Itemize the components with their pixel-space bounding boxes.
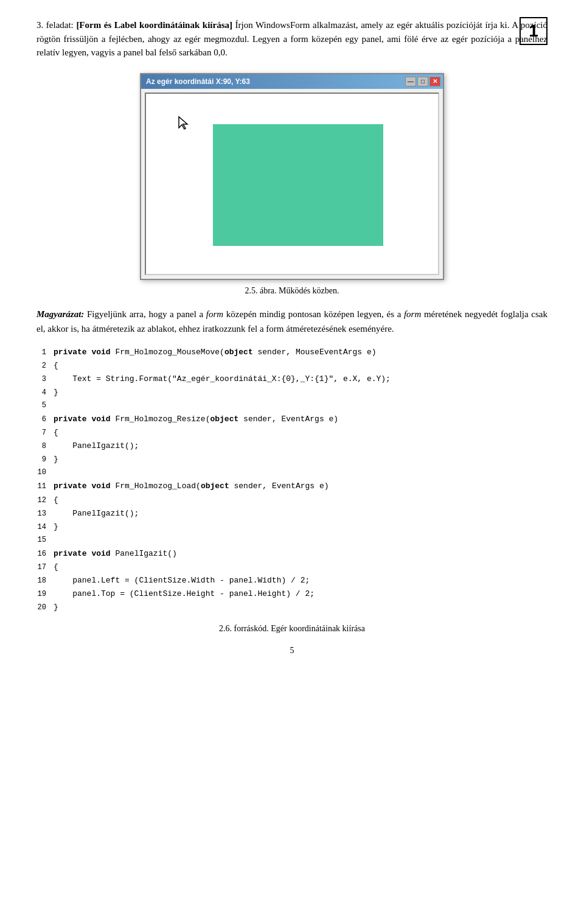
code-line: 11private void Frm_Holmozog_Load(object … bbox=[36, 480, 548, 493]
source-caption-text: forráskód. Egér koordinátáinak kiírása bbox=[234, 624, 365, 633]
line-code: { bbox=[54, 426, 58, 439]
window-control-buttons: — □ ✕ bbox=[405, 77, 440, 86]
line-code: private void Frm_Holmozog_MouseMove(obje… bbox=[54, 346, 377, 359]
magyarazat-form1: form bbox=[206, 309, 223, 319]
line-code: PanelIgazit(); bbox=[54, 507, 139, 520]
line-code: } bbox=[54, 386, 58, 399]
line-number: 17 bbox=[36, 561, 54, 573]
svg-marker-0 bbox=[179, 117, 187, 129]
line-number: 16 bbox=[36, 548, 54, 560]
line-number: 15 bbox=[36, 534, 54, 546]
line-number: 2 bbox=[36, 360, 54, 372]
line-number: 1 bbox=[36, 346, 54, 359]
line-number: 18 bbox=[36, 575, 54, 587]
line-number: 19 bbox=[36, 588, 54, 600]
code-line: 8 PanelIgazit(); bbox=[36, 439, 548, 453]
line-code: panel.Top = (ClientSize.Height - panel.H… bbox=[54, 587, 315, 601]
line-code: } bbox=[54, 520, 58, 534]
line-number: 12 bbox=[36, 494, 54, 506]
line-code: } bbox=[54, 453, 58, 466]
cursor-icon bbox=[178, 116, 190, 130]
line-code: panel.Left = (ClientSize.Width - panel.W… bbox=[54, 574, 310, 587]
line-code: PanelIgazit(); bbox=[54, 439, 139, 453]
code-line: 10 bbox=[36, 466, 548, 480]
window-content-area bbox=[145, 93, 439, 275]
simulated-window: Az egér koordinátái X:90, Y:63 — □ ✕ bbox=[140, 73, 444, 280]
line-number: 14 bbox=[36, 521, 54, 533]
window-titlebar: Az egér koordinátái X:90, Y:63 — □ ✕ bbox=[141, 74, 443, 89]
magyarazat-paragraph: Magyarázat: Figyeljünk arra, hogy a pane… bbox=[36, 307, 548, 336]
restore-button[interactable]: □ bbox=[417, 77, 428, 86]
page-number: 5 bbox=[36, 646, 548, 656]
line-number: 8 bbox=[36, 440, 54, 452]
green-panel bbox=[213, 124, 383, 246]
line-number: 9 bbox=[36, 453, 54, 466]
code-line: 9} bbox=[36, 453, 548, 466]
magyarazat-text-1: Figyeljünk arra, hogy a panel a bbox=[84, 309, 206, 319]
line-code: { bbox=[54, 359, 58, 373]
figure-caption: 2.5. ábra. Működés közben. bbox=[36, 286, 548, 296]
line-code: private void PanelIgazit() bbox=[54, 547, 177, 561]
task-number-badge: 1 bbox=[520, 17, 548, 45]
window-screenshot-container: Az egér koordinátái X:90, Y:63 — □ ✕ bbox=[36, 73, 548, 280]
source-caption: 2.6. forráskód. Egér koordinátáinak kiír… bbox=[36, 624, 548, 634]
code-line: 19 panel.Top = (ClientSize.Height - pane… bbox=[36, 587, 548, 601]
code-block: 1private void Frm_Holmozog_MouseMove(obj… bbox=[36, 346, 548, 615]
code-line: 1private void Frm_Holmozog_MouseMove(obj… bbox=[36, 346, 548, 359]
line-code: private void Frm_Holmozog_Resize(object … bbox=[54, 413, 338, 426]
magyarazat-label: Magyarázat: bbox=[36, 309, 84, 319]
line-code: { bbox=[54, 561, 58, 574]
minimize-button[interactable]: — bbox=[405, 77, 416, 86]
code-line: 2{ bbox=[36, 359, 548, 373]
code-line: 14} bbox=[36, 520, 548, 534]
line-number: 7 bbox=[36, 427, 54, 439]
fig-caption-text: ábra. Működés közben. bbox=[260, 286, 339, 295]
line-number: 10 bbox=[36, 466, 54, 478]
code-line: 6private void Frm_Holmozog_Resize(object… bbox=[36, 413, 548, 426]
line-code: private void Frm_Holmozog_Load(object se… bbox=[54, 480, 329, 493]
fig-number: 2.5. bbox=[245, 286, 257, 295]
window-title-text: Az egér koordinátái X:90, Y:63 bbox=[146, 77, 250, 86]
code-line: 12{ bbox=[36, 494, 548, 507]
code-line: 16private void PanelIgazit() bbox=[36, 547, 548, 561]
magyarazat-text-2: közepén mindig pontosan középen legyen, … bbox=[223, 309, 404, 319]
task-intro-label: 3. feladat: bbox=[36, 20, 76, 30]
line-code: Text = String.Format("Az_egér_koordinátá… bbox=[54, 373, 391, 386]
task-description: 3. feladat: [Form és Label koordinátáina… bbox=[36, 18, 548, 60]
task-title-bold: [Form és Label koordinátáinak kiírása] bbox=[76, 20, 232, 30]
magyarazat-form2: form bbox=[404, 309, 421, 319]
code-line: 7{ bbox=[36, 426, 548, 439]
line-number: 5 bbox=[36, 399, 54, 411]
line-number: 11 bbox=[36, 480, 54, 492]
line-number: 13 bbox=[36, 508, 54, 520]
line-code: { bbox=[54, 494, 58, 507]
line-number: 4 bbox=[36, 387, 54, 399]
line-number: 6 bbox=[36, 413, 54, 425]
code-line: 18 panel.Left = (ClientSize.Width - pane… bbox=[36, 574, 548, 587]
code-line: 5 bbox=[36, 399, 548, 413]
code-line: 3 Text = String.Format("Az_egér_koordiná… bbox=[36, 373, 548, 386]
close-button[interactable]: ✕ bbox=[429, 77, 440, 86]
code-line: 15 bbox=[36, 534, 548, 547]
line-number: 20 bbox=[36, 601, 54, 614]
code-line: 4} bbox=[36, 386, 548, 399]
line-code: } bbox=[54, 601, 58, 614]
line-number: 3 bbox=[36, 373, 54, 385]
code-line: 17{ bbox=[36, 561, 548, 574]
code-line: 13 PanelIgazit(); bbox=[36, 507, 548, 520]
source-caption-num: 2.6. bbox=[219, 624, 232, 633]
code-line: 20} bbox=[36, 601, 548, 614]
